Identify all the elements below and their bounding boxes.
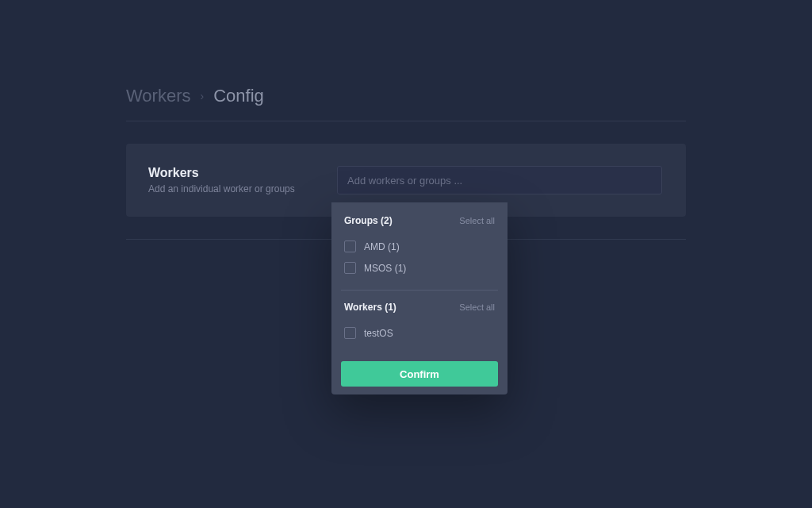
divider xyxy=(126,121,686,121)
workers-dropdown: Groups (2) Select all AMD (1) MSOS (1) W… xyxy=(331,202,508,394)
groups-section: Groups (2) Select all AMD (1) MSOS (1) xyxy=(341,215,498,287)
workers-section: Workers (1) Select all testOS xyxy=(341,290,498,352)
breadcrumb: Workers › Config xyxy=(126,86,686,106)
checkbox-icon[interactable] xyxy=(344,241,356,252)
panel-title: Workers xyxy=(148,166,307,180)
workers-header: Workers (1) xyxy=(344,302,396,313)
groups-header: Groups (2) xyxy=(344,215,393,226)
chevron-right-icon: › xyxy=(201,90,205,102)
confirm-button[interactable]: Confirm xyxy=(341,361,498,387)
group-item-label: MSOS (1) xyxy=(364,263,406,274)
breadcrumb-current: Config xyxy=(213,86,264,106)
checkbox-icon[interactable] xyxy=(344,262,356,274)
group-item-label: AMD (1) xyxy=(364,241,400,252)
workers-input[interactable] xyxy=(337,166,662,194)
panel-subtitle: Add an individual worker or groups xyxy=(148,183,307,194)
worker-item-label: testOS xyxy=(364,328,393,339)
group-item-msos[interactable]: MSOS (1) xyxy=(341,257,498,279)
checkbox-icon[interactable] xyxy=(344,327,356,339)
workers-select-all[interactable]: Select all xyxy=(459,302,495,312)
group-item-amd[interactable]: AMD (1) xyxy=(341,236,498,257)
breadcrumb-root[interactable]: Workers xyxy=(126,86,191,106)
groups-select-all[interactable]: Select all xyxy=(459,216,495,225)
worker-item-testos[interactable]: testOS xyxy=(341,322,498,344)
